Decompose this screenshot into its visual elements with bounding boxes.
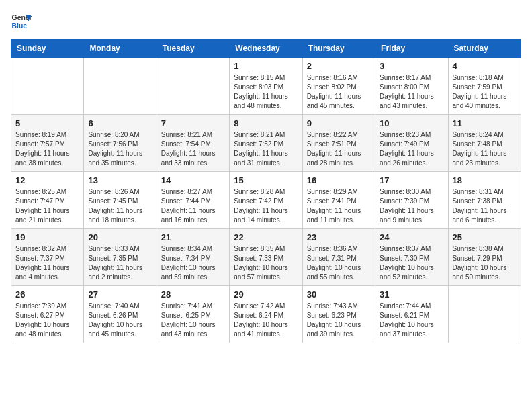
calendar-cell: 16Sunrise: 8:29 AM Sunset: 7:41 PM Dayli… bbox=[302, 172, 375, 229]
calendar-cell: 13Sunrise: 8:26 AM Sunset: 7:45 PM Dayli… bbox=[84, 172, 157, 229]
day-info: Sunrise: 8:19 AM Sunset: 7:57 PM Dayligh… bbox=[15, 130, 79, 168]
calendar-cell: 6Sunrise: 8:20 AM Sunset: 7:56 PM Daylig… bbox=[84, 115, 157, 172]
calendar-cell: 1Sunrise: 8:15 AM Sunset: 8:03 PM Daylig… bbox=[230, 58, 302, 115]
day-info: Sunrise: 8:26 AM Sunset: 7:45 PM Dayligh… bbox=[88, 187, 152, 225]
calendar-cell: 31Sunrise: 7:44 AM Sunset: 6:21 PM Dayli… bbox=[375, 286, 448, 343]
calendar-cell: 30Sunrise: 7:43 AM Sunset: 6:23 PM Dayli… bbox=[302, 286, 375, 343]
calendar-cell: 3Sunrise: 8:17 AM Sunset: 8:00 PM Daylig… bbox=[375, 58, 448, 115]
calendar-cell: 5Sunrise: 8:19 AM Sunset: 7:57 PM Daylig… bbox=[11, 115, 84, 172]
day-number: 29 bbox=[234, 289, 298, 300]
day-info: Sunrise: 7:44 AM Sunset: 6:21 PM Dayligh… bbox=[380, 302, 443, 339]
day-info: Sunrise: 8:17 AM Sunset: 8:00 PM Dayligh… bbox=[380, 73, 443, 111]
calendar-cell: 11Sunrise: 8:24 AM Sunset: 7:48 PM Dayli… bbox=[448, 115, 521, 172]
day-info: Sunrise: 8:29 AM Sunset: 7:41 PM Dayligh… bbox=[307, 187, 371, 225]
day-number: 24 bbox=[380, 232, 443, 242]
day-info: Sunrise: 7:43 AM Sunset: 6:23 PM Dayligh… bbox=[307, 302, 371, 339]
day-info: Sunrise: 8:23 AM Sunset: 7:49 PM Dayligh… bbox=[380, 130, 443, 168]
day-info: Sunrise: 8:34 AM Sunset: 7:34 PM Dayligh… bbox=[161, 244, 225, 282]
calendar-cell: 10Sunrise: 8:23 AM Sunset: 7:49 PM Dayli… bbox=[375, 115, 448, 172]
calendar-cell bbox=[157, 58, 229, 115]
calendar-cell: 24Sunrise: 8:37 AM Sunset: 7:30 PM Dayli… bbox=[375, 229, 448, 286]
logo-icon: General Blue bbox=[11, 11, 32, 32]
day-info: Sunrise: 7:40 AM Sunset: 6:26 PM Dayligh… bbox=[88, 302, 152, 339]
calendar-cell: 2Sunrise: 8:16 AM Sunset: 8:02 PM Daylig… bbox=[302, 58, 375, 115]
day-number: 18 bbox=[453, 175, 517, 185]
calendar-cell: 22Sunrise: 8:35 AM Sunset: 7:33 PM Dayli… bbox=[230, 229, 302, 286]
day-number: 30 bbox=[307, 289, 371, 300]
calendar-cell bbox=[448, 286, 521, 343]
day-number: 25 bbox=[453, 232, 517, 242]
calendar-cell bbox=[11, 58, 84, 115]
day-info: Sunrise: 8:37 AM Sunset: 7:30 PM Dayligh… bbox=[380, 244, 443, 282]
calendar-week-row: 12Sunrise: 8:25 AM Sunset: 7:47 PM Dayli… bbox=[11, 172, 521, 229]
calendar-cell: 8Sunrise: 8:21 AM Sunset: 7:52 PM Daylig… bbox=[230, 115, 302, 172]
day-info: Sunrise: 7:42 AM Sunset: 6:24 PM Dayligh… bbox=[234, 302, 298, 339]
calendar-cell: 17Sunrise: 8:30 AM Sunset: 7:39 PM Dayli… bbox=[375, 172, 448, 229]
day-info: Sunrise: 8:25 AM Sunset: 7:47 PM Dayligh… bbox=[15, 187, 79, 225]
day-number: 10 bbox=[380, 118, 443, 128]
day-info: Sunrise: 8:35 AM Sunset: 7:33 PM Dayligh… bbox=[234, 244, 298, 282]
day-number: 8 bbox=[234, 118, 298, 128]
day-number: 11 bbox=[453, 118, 517, 128]
day-number: 22 bbox=[234, 232, 298, 242]
calendar-cell: 28Sunrise: 7:41 AM Sunset: 6:25 PM Dayli… bbox=[157, 286, 229, 343]
calendar-cell: 26Sunrise: 7:39 AM Sunset: 6:27 PM Dayli… bbox=[11, 286, 84, 343]
day-number: 9 bbox=[307, 118, 371, 128]
calendar-cell: 27Sunrise: 7:40 AM Sunset: 6:26 PM Dayli… bbox=[84, 286, 157, 343]
day-number: 14 bbox=[161, 175, 225, 185]
calendar-table: SundayMondayTuesdayWednesdayThursdayFrid… bbox=[11, 39, 521, 343]
day-info: Sunrise: 8:30 AM Sunset: 7:39 PM Dayligh… bbox=[380, 187, 443, 225]
day-info: Sunrise: 8:24 AM Sunset: 7:48 PM Dayligh… bbox=[453, 130, 517, 168]
weekday-header-saturday: Saturday bbox=[448, 40, 521, 58]
calendar-cell: 9Sunrise: 8:22 AM Sunset: 7:51 PM Daylig… bbox=[302, 115, 375, 172]
day-number: 1 bbox=[234, 61, 298, 71]
calendar-cell: 14Sunrise: 8:27 AM Sunset: 7:44 PM Dayli… bbox=[157, 172, 229, 229]
day-number: 28 bbox=[161, 289, 225, 300]
day-info: Sunrise: 8:21 AM Sunset: 7:54 PM Dayligh… bbox=[161, 130, 225, 168]
day-info: Sunrise: 8:15 AM Sunset: 8:03 PM Dayligh… bbox=[234, 73, 298, 111]
calendar-cell: 19Sunrise: 8:32 AM Sunset: 7:37 PM Dayli… bbox=[11, 229, 84, 286]
day-number: 23 bbox=[307, 232, 371, 242]
day-number: 6 bbox=[88, 118, 152, 128]
day-info: Sunrise: 7:41 AM Sunset: 6:25 PM Dayligh… bbox=[161, 302, 225, 339]
day-info: Sunrise: 8:36 AM Sunset: 7:31 PM Dayligh… bbox=[307, 244, 371, 282]
calendar-cell bbox=[84, 58, 157, 115]
day-number: 21 bbox=[161, 232, 225, 242]
day-info: Sunrise: 7:39 AM Sunset: 6:27 PM Dayligh… bbox=[15, 302, 79, 339]
day-info: Sunrise: 8:21 AM Sunset: 7:52 PM Dayligh… bbox=[234, 130, 298, 168]
day-info: Sunrise: 8:20 AM Sunset: 7:56 PM Dayligh… bbox=[88, 130, 152, 168]
weekday-header-sunday: Sunday bbox=[11, 40, 84, 58]
day-number: 12 bbox=[15, 175, 79, 185]
calendar-cell: 15Sunrise: 8:28 AM Sunset: 7:42 PM Dayli… bbox=[230, 172, 302, 229]
calendar-cell: 29Sunrise: 7:42 AM Sunset: 6:24 PM Dayli… bbox=[230, 286, 302, 343]
weekday-header-monday: Monday bbox=[84, 40, 157, 58]
day-info: Sunrise: 8:16 AM Sunset: 8:02 PM Dayligh… bbox=[307, 73, 371, 111]
logo: General Blue bbox=[11, 11, 32, 32]
weekday-header-row: SundayMondayTuesdayWednesdayThursdayFrid… bbox=[11, 40, 521, 58]
calendar-week-row: 19Sunrise: 8:32 AM Sunset: 7:37 PM Dayli… bbox=[11, 229, 521, 286]
day-number: 27 bbox=[88, 289, 152, 300]
weekday-header-thursday: Thursday bbox=[302, 40, 375, 58]
day-info: Sunrise: 8:18 AM Sunset: 7:59 PM Dayligh… bbox=[453, 73, 517, 111]
day-number: 13 bbox=[88, 175, 152, 185]
calendar-week-row: 5Sunrise: 8:19 AM Sunset: 7:57 PM Daylig… bbox=[11, 115, 521, 172]
day-number: 20 bbox=[88, 232, 152, 242]
day-info: Sunrise: 8:33 AM Sunset: 7:35 PM Dayligh… bbox=[88, 244, 152, 282]
day-number: 15 bbox=[234, 175, 298, 185]
day-info: Sunrise: 8:27 AM Sunset: 7:44 PM Dayligh… bbox=[161, 187, 225, 225]
calendar-cell: 12Sunrise: 8:25 AM Sunset: 7:47 PM Dayli… bbox=[11, 172, 84, 229]
day-info: Sunrise: 8:22 AM Sunset: 7:51 PM Dayligh… bbox=[307, 130, 371, 168]
calendar-cell: 25Sunrise: 8:38 AM Sunset: 7:29 PM Dayli… bbox=[448, 229, 521, 286]
calendar-week-row: 26Sunrise: 7:39 AM Sunset: 6:27 PM Dayli… bbox=[11, 286, 521, 343]
calendar-cell: 23Sunrise: 8:36 AM Sunset: 7:31 PM Dayli… bbox=[302, 229, 375, 286]
day-number: 19 bbox=[15, 232, 79, 242]
calendar-week-row: 1Sunrise: 8:15 AM Sunset: 8:03 PM Daylig… bbox=[11, 58, 521, 115]
day-number: 17 bbox=[380, 175, 443, 185]
calendar-cell: 4Sunrise: 8:18 AM Sunset: 7:59 PM Daylig… bbox=[448, 58, 521, 115]
day-number: 4 bbox=[453, 61, 517, 71]
day-number: 26 bbox=[15, 289, 79, 300]
day-info: Sunrise: 8:31 AM Sunset: 7:38 PM Dayligh… bbox=[453, 187, 517, 225]
day-number: 2 bbox=[307, 61, 371, 71]
svg-text:Blue: Blue bbox=[12, 22, 28, 30]
weekday-header-wednesday: Wednesday bbox=[230, 40, 302, 58]
